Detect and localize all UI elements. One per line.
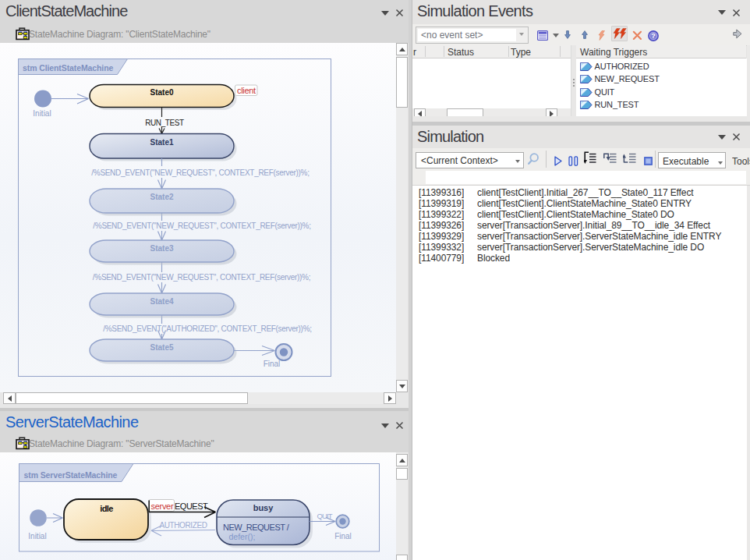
- svg-text:stm ServerStateMachine: stm ServerStateMachine: [24, 470, 118, 480]
- svg-text:busy: busy: [253, 503, 274, 512]
- svg-text:Final: Final: [264, 360, 281, 368]
- svg-text:Initial: Initial: [33, 109, 51, 118]
- svg-text:?: ?: [651, 32, 656, 40]
- svg-text:QUIT: QUIT: [317, 512, 333, 520]
- svg-text:Final: Final: [334, 532, 352, 541]
- svg-text:/%SEND_EVENT("AUTHORIZED", CON: /%SEND_EVENT("AUTHORIZED", CONTEXT_REF(s…: [103, 324, 311, 333]
- svg-text:RUN_TEST: RUN_TEST: [145, 119, 184, 127]
- svg-text:State4: State4: [150, 297, 173, 306]
- svg-text:Initial: Initial: [28, 532, 46, 541]
- svg-text:State5: State5: [150, 343, 173, 352]
- svg-text:EQUEST: EQUEST: [175, 502, 208, 511]
- svg-text:idle: idle: [100, 504, 113, 513]
- svg-text:stm ClientStateMachine: stm ClientStateMachine: [23, 63, 114, 73]
- svg-text:NEW_REQUEST /: NEW_REQUEST /: [223, 523, 290, 532]
- svg-text:client: client: [237, 86, 256, 95]
- svg-text:/%SEND_EVENT("NEW_REQUEST", CO: /%SEND_EVENT("NEW_REQUEST", CONTEXT_REF(…: [91, 168, 309, 177]
- svg-text:State0: State0: [150, 88, 173, 97]
- svg-text:State2: State2: [150, 193, 173, 201]
- svg-text:AUTHORIZED: AUTHORIZED: [160, 521, 207, 530]
- svg-text:defer();: defer();: [229, 532, 256, 541]
- svg-text:State3: State3: [150, 244, 173, 253]
- svg-text:/%SEND_EVENT("NEW_REQUEST", CO: /%SEND_EVENT("NEW_REQUEST", CONTEXT_REF(…: [93, 222, 310, 230]
- svg-text:server: server: [151, 502, 174, 511]
- svg-text:State1: State1: [150, 138, 173, 147]
- svg-text:/%SEND_EVENT("NEW_REQUEST", CO: /%SEND_EVENT("NEW_REQUEST", CONTEXT_REF(…: [93, 273, 310, 282]
